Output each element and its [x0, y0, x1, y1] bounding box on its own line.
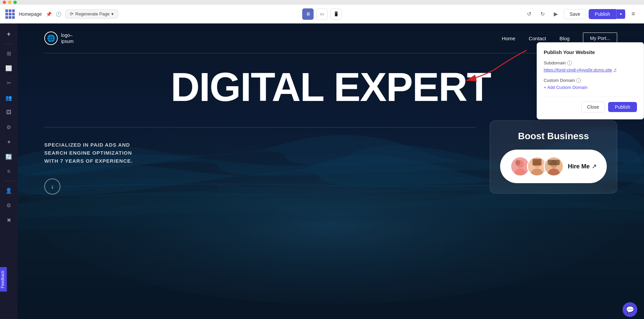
sidebar-add-icon[interactable]: + — [2, 28, 15, 41]
mac-minimize-dot[interactable] — [8, 1, 11, 4]
sidebar-team-icon[interactable]: 👥 — [2, 91, 15, 104]
sidebar-layers-icon[interactable]: ≡ — [2, 165, 15, 178]
external-link-icon: ↗ — [613, 68, 616, 72]
site-logo: 🌐 logo– ipsum — [44, 32, 73, 45]
page-name: Homepage — [19, 11, 42, 17]
desktop-view-button[interactable]: 🖥 — [302, 8, 314, 20]
regenerate-chevron: ▾ — [111, 11, 114, 16]
popup-actions: Close Publish — [544, 97, 637, 112]
pin-icon[interactable]: 📌 — [46, 11, 52, 17]
sidebar-apps-icon[interactable]: ✦ — [2, 135, 15, 149]
apps-icon[interactable] — [5, 9, 15, 19]
regenerate-icon: ⟳ — [70, 11, 73, 16]
custom-domain-label: Custom Domain i — [544, 78, 637, 83]
sidebar-pages-icon[interactable]: ⊞ — [2, 47, 15, 60]
sidebar-media-icon[interactable]: 🖼 — [2, 106, 15, 119]
sidebar-user-icon[interactable]: 👤 — [2, 184, 15, 197]
custom-domain-info-icon[interactable]: i — [576, 78, 581, 83]
svg-rect-13 — [548, 160, 560, 165]
mobile-icon: 📱 — [333, 11, 339, 16]
topbar-left: Homepage 📌 🕐 ⟳ Regenerate Page ▾ — [5, 9, 118, 19]
logo-text: logo– ipsum — [61, 32, 73, 44]
content-separator — [44, 127, 476, 127]
topbar-center: 🖥 ▭ 📱 — [302, 8, 342, 20]
boost-card: Boost Business — [490, 120, 617, 194]
publish-main-button[interactable]: Publish — [589, 9, 616, 19]
sidebar-layout-icon[interactable]: ⬜ — [2, 61, 15, 75]
hire-me-text-area[interactable]: Hire Me ↗ — [568, 163, 597, 170]
sidebar-gear-icon[interactable]: ⚙ — [2, 199, 15, 212]
hire-me-arrow-icon: ↗ — [592, 163, 597, 170]
avatars-group — [510, 156, 564, 176]
mac-maximize-dot[interactable] — [13, 1, 17, 4]
settings-button[interactable]: ≡ — [628, 9, 639, 19]
publish-button-group: Publish ▾ — [589, 9, 625, 19]
scroll-down-button[interactable]: ↓ — [44, 178, 60, 195]
sidebar-undo-icon[interactable]: 🔄 — [2, 150, 15, 163]
sidebar-divider-2 — [3, 181, 14, 181]
desktop-icon: 🖥 — [306, 11, 310, 16]
add-domain-link[interactable]: + Add Custom Domain — [544, 85, 637, 90]
main-layout: + ⊞ ⬜ ✂ 👥 🖼 ⚙ ✦ 🔄 ≡ 👤 ⚙ ✖ Feedback — [0, 23, 644, 319]
nav-blog[interactable]: Blog — [559, 36, 570, 41]
subdomain-label: Subdomain i — [544, 60, 637, 65]
left-content: SPECIALIZED IN PAID ADS AND SEARCH ENGIN… — [44, 120, 476, 195]
left-sidebar: + ⊞ ⬜ ✂ 👥 🖼 ⚙ ✦ 🔄 ≡ 👤 ⚙ ✖ Feedback — [0, 23, 17, 319]
subtitle-text: SPECIALIZED IN PAID ADS AND SEARCH ENGIN… — [44, 141, 152, 165]
preview-button[interactable]: ▶ — [550, 9, 561, 19]
hire-me-text: Hire Me — [568, 163, 590, 170]
save-button[interactable]: Save — [564, 9, 586, 19]
publish-popup: Publish Your Website Subdomain i https:/… — [537, 42, 644, 119]
sidebar-divider-1 — [3, 44, 14, 44]
sidebar-elements-icon[interactable]: ✂ — [2, 76, 15, 90]
avatar-3 — [544, 156, 564, 176]
chat-icon: 💬 — [626, 306, 634, 314]
content-section: SPECIALIZED IN PAID ADS AND SEARCH ENGIN… — [17, 114, 644, 201]
popup-title: Publish Your Website — [544, 49, 637, 55]
sidebar-settings-icon[interactable]: ⚙ — [2, 120, 15, 134]
sidebar-close-icon[interactable]: ✖ — [2, 213, 15, 227]
nav-contact[interactable]: Contact — [529, 36, 546, 41]
tablet-icon: ▭ — [320, 11, 324, 16]
canvas-area: 🌐 logo– ipsum Home Contact Blog My Port.… — [17, 23, 644, 319]
regenerate-button[interactable]: ⟳ Regenerate Page ▾ — [65, 9, 118, 18]
chat-widget[interactable]: 💬 — [623, 302, 637, 317]
regenerate-label: Regenerate Page — [75, 11, 110, 16]
publish-dropdown-button[interactable]: ▾ — [616, 9, 625, 19]
feedback-tab[interactable]: Feedback — [0, 267, 7, 292]
topbar-right: ↺ ↻ ▶ Save Publish ▾ ≡ — [524, 9, 639, 19]
boost-title: Boost Business — [500, 131, 607, 142]
mobile-view-button[interactable]: 📱 — [330, 8, 342, 20]
undo-button[interactable]: ↺ — [524, 9, 534, 19]
history-icon[interactable]: 🕐 — [56, 11, 61, 17]
redo-button[interactable]: ↻ — [537, 9, 548, 19]
nav-home[interactable]: Home — [502, 36, 515, 41]
topbar: Homepage 📌 🕐 ⟳ Regenerate Page ▾ 🖥 ▭ 📱 ↺… — [0, 5, 644, 23]
popup-publish-button[interactable]: Publish — [608, 102, 637, 112]
mac-chrome — [0, 0, 644, 5]
hire-me-area[interactable]: Hire Me ↗ — [500, 150, 607, 183]
svg-rect-9 — [533, 159, 542, 166]
svg-point-5 — [516, 160, 520, 165]
popup-close-button[interactable]: Close — [581, 102, 605, 112]
mac-close-dot[interactable] — [3, 1, 6, 4]
logo-globe-icon: 🌐 — [44, 32, 58, 45]
popup-url[interactable]: https://fond-cindi-r4yvq0ir.dcms.site ↗ — [544, 67, 637, 72]
subdomain-info-icon[interactable]: i — [567, 61, 572, 65]
tablet-view-button[interactable]: ▭ — [316, 8, 328, 20]
